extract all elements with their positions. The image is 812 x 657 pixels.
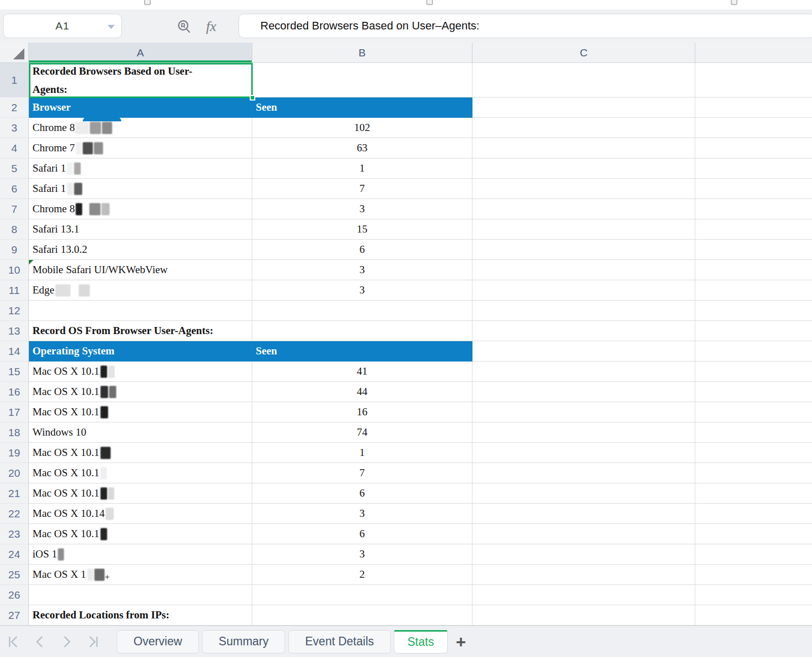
cell-b14[interactable]: Seen [252, 341, 472, 362]
column-header-b[interactable]: B [252, 43, 472, 62]
row-header-13[interactable]: 13 [0, 321, 29, 341]
cell-a13[interactable]: Record OS From Browser User-Agents: [29, 321, 252, 341]
cell-a8[interactable]: Safari 13.1 [29, 219, 252, 240]
cell-a12[interactable] [29, 301, 252, 321]
cell-c20[interactable] [472, 463, 695, 483]
cell-b4[interactable]: 63 [252, 138, 472, 158]
cell-d25[interactable] [695, 565, 812, 585]
cell-b19[interactable]: 1 [252, 443, 472, 463]
cell-d1[interactable] [695, 63, 812, 97]
cell-b5[interactable]: 1 [252, 158, 472, 179]
cell-d15[interactable] [695, 362, 812, 382]
next-sheet-button[interactable] [60, 635, 73, 648]
row-header-12[interactable]: 12 [0, 301, 29, 321]
cell-d6[interactable] [695, 179, 812, 199]
cell-c1[interactable] [472, 63, 695, 97]
cell-c18[interactable] [472, 422, 695, 443]
cell-c17[interactable] [472, 402, 695, 422]
cell-b10[interactable]: 3 [252, 260, 472, 280]
cell-c7[interactable] [472, 199, 695, 219]
cell-a19[interactable]: Mac OS X 10.1 [29, 443, 252, 463]
cell-c6[interactable] [472, 179, 695, 199]
cell-c23[interactable] [472, 524, 695, 544]
cell-d23[interactable] [695, 524, 812, 544]
cell-c21[interactable] [472, 483, 695, 504]
cell-c3[interactable] [472, 118, 695, 138]
select-all-corner[interactable] [0, 43, 29, 62]
row-header-3[interactable]: 3 [0, 118, 29, 138]
cell-d2[interactable] [695, 97, 812, 118]
name-box[interactable]: A1 [3, 14, 122, 38]
cell-c15[interactable] [472, 362, 695, 382]
cell-b15[interactable]: 41 [252, 362, 472, 382]
cell-c12[interactable] [472, 301, 695, 321]
row-header-25[interactable]: 25 [0, 565, 29, 585]
cell-c8[interactable] [472, 219, 695, 240]
column-header-a[interactable]: A [29, 43, 252, 62]
cell-b22[interactable]: 3 [252, 504, 472, 524]
row-header-18[interactable]: 18 [0, 422, 29, 443]
row-header-11[interactable]: 11 [0, 280, 29, 301]
cell-c16[interactable] [472, 382, 695, 402]
cell-d13[interactable] [695, 321, 812, 341]
row-header-1[interactable]: 1 [0, 63, 29, 97]
row-header-21[interactable]: 21 [0, 483, 29, 504]
cell-a3[interactable]: Chrome 8 [29, 118, 252, 138]
cell-c9[interactable] [472, 240, 695, 260]
cell-b7[interactable]: 3 [252, 199, 472, 219]
cell-a5[interactable]: Safari 1 [29, 158, 252, 179]
cell-d21[interactable] [695, 483, 812, 504]
cell-b26[interactable] [252, 585, 472, 605]
zoom-search-icon[interactable] [177, 19, 193, 38]
cell-b13[interactable] [252, 321, 472, 341]
tab-overview[interactable]: Overview [117, 630, 199, 653]
cell-a14[interactable]: Operating System [29, 341, 252, 362]
previous-sheet-button[interactable] [33, 635, 47, 648]
cell-c14[interactable] [472, 341, 695, 362]
cell-b27[interactable] [252, 605, 472, 626]
cell-a2[interactable]: Browser [29, 97, 252, 118]
tab-event-details[interactable]: Event Details [288, 630, 391, 653]
cell-a18[interactable]: Windows 10 [29, 422, 252, 443]
cell-a25[interactable]: Mac OS X 1+ [29, 565, 252, 585]
row-header-14[interactable]: 14 [0, 341, 29, 362]
column-header-d[interactable] [695, 43, 812, 62]
cell-d16[interactable] [695, 382, 812, 402]
last-sheet-button[interactable] [86, 635, 99, 648]
cell-b12[interactable] [252, 301, 472, 321]
cell-b25[interactable]: 2 [252, 565, 472, 585]
cell-b6[interactable]: 7 [252, 179, 472, 199]
cell-a21[interactable]: Mac OS X 10.1 [29, 483, 252, 504]
cell-a20[interactable]: Mac OS X 10.1 [29, 463, 252, 483]
row-header-8[interactable]: 8 [0, 219, 29, 240]
cell-d10[interactable] [695, 260, 812, 280]
cell-a16[interactable]: Mac OS X 10.1 [29, 382, 252, 402]
cell-a4[interactable]: Chrome 7 [29, 138, 252, 158]
first-sheet-button[interactable] [7, 635, 20, 648]
cell-a24[interactable]: iOS 1 [29, 544, 252, 565]
cell-c22[interactable] [472, 504, 695, 524]
row-header-6[interactable]: 6 [0, 179, 29, 199]
cell-d26[interactable] [695, 585, 812, 605]
row-header-22[interactable]: 22 [0, 504, 29, 524]
cell-b20[interactable]: 7 [252, 463, 472, 483]
cell-b16[interactable]: 44 [252, 382, 472, 402]
row-header-20[interactable]: 20 [0, 463, 29, 483]
row-header-27[interactable]: 27 [0, 605, 29, 626]
cell-d7[interactable] [695, 199, 812, 219]
cell-a26[interactable] [29, 585, 252, 605]
row-header-9[interactable]: 9 [0, 240, 29, 260]
row-header-2[interactable]: 2 [0, 97, 29, 118]
cell-a15[interactable]: Mac OS X 10.1 [29, 362, 252, 382]
cell-d5[interactable] [695, 158, 812, 179]
cell-d18[interactable] [695, 422, 812, 443]
cell-c19[interactable] [472, 443, 695, 463]
cell-c5[interactable] [472, 158, 695, 179]
cell-d14[interactable] [695, 341, 812, 362]
cell-b18[interactable]: 74 [252, 422, 472, 443]
cell-c26[interactable] [472, 585, 695, 605]
tab-stats[interactable]: Stats [394, 630, 448, 653]
cell-b8[interactable]: 15 [252, 219, 472, 240]
cell-a17[interactable]: Mac OS X 10.1 [29, 402, 252, 422]
cell-d24[interactable] [695, 544, 812, 565]
